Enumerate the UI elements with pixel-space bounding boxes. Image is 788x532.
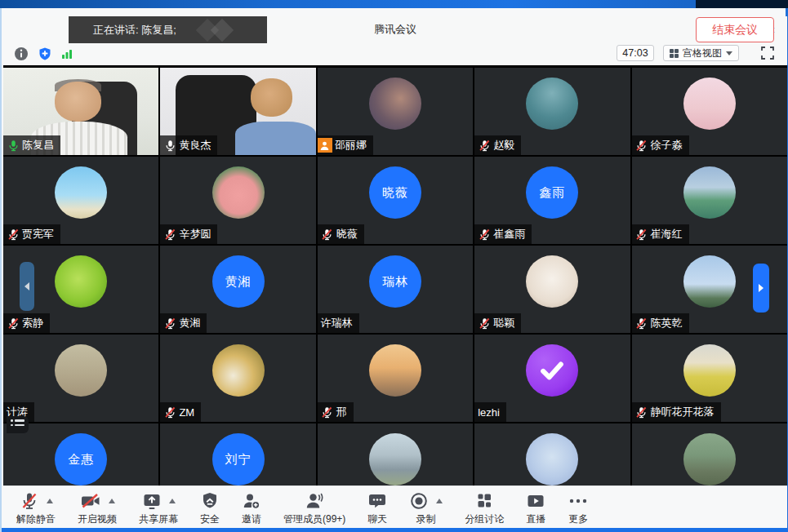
participant-name: 许瑞林 [321, 316, 353, 330]
security-shield-icon [200, 491, 220, 511]
toolbar-item-label: 直播 [526, 512, 545, 526]
participant-tile[interactable]: 计涛 [3, 335, 158, 422]
toolbar-item-chat-bubble[interactable]: 聊天 [367, 490, 387, 526]
expand-caret-icon[interactable] [169, 499, 176, 503]
avatar [369, 344, 421, 397]
expand-caret-icon[interactable] [109, 499, 115, 503]
mic-on-icon [7, 139, 20, 152]
participant-name: 黄湘 [179, 316, 200, 330]
toolbar-item-record[interactable]: 录制 [409, 490, 443, 526]
avatar [683, 255, 736, 308]
participant-tile[interactable] [474, 423, 630, 494]
participant-name: 黄良杰 [179, 138, 211, 153]
toolbar-item-live-stream[interactable]: 直播 [526, 490, 545, 526]
participant-tile[interactable]: 黄湘 黄湘 [160, 246, 315, 333]
toolbar-item-camera-off[interactable]: 开启视频 [78, 490, 117, 526]
fullscreen-button[interactable] [759, 45, 776, 61]
participant-tile[interactable]: 晓薇 晓薇 [318, 157, 473, 244]
toolbar-item-label: 邀请 [242, 512, 261, 526]
mic-muted-icon [478, 228, 491, 241]
meeting-info-icon[interactable] [13, 46, 29, 62]
chevron-down-icon [726, 51, 732, 55]
meeting-window-frame: 腾讯会议 × 正在讲话: 陈复昌; 47:03 宫格视图 [0, 8, 788, 532]
more-dots-icon [568, 491, 589, 511]
participant-tile[interactable]: 瑞林许瑞林 [318, 246, 473, 333]
toolbar-item-more-dots[interactable]: 更多 [568, 490, 589, 526]
mic-muted-icon [163, 228, 176, 241]
participant-name-label: 陈复昌 [3, 135, 60, 155]
participant-tile[interactable]: 聪颖 [474, 246, 630, 333]
mic-muted-icon [7, 228, 20, 241]
next-page-arrow[interactable] [753, 264, 769, 313]
toolbar-item-breakout-rooms[interactable]: 分组讨论 [465, 490, 504, 526]
participant-name-label: 聪颖 [474, 313, 521, 333]
avatar: 黄湘 [212, 255, 265, 308]
participant-name: 邵丽娜 [335, 138, 367, 153]
participant-tile[interactable]: 陈复昌 [3, 68, 158, 155]
background-window-strip [0, 0, 788, 8]
participant-tile[interactable]: 辛梦圆 [160, 157, 315, 244]
share-screen-icon [142, 491, 162, 511]
expand-caret-icon[interactable] [436, 499, 443, 503]
breakout-rooms-icon [474, 491, 494, 511]
participant-tile[interactable]: 赵毅 [474, 68, 630, 155]
layout-view-selector[interactable]: 宫格视图 [663, 45, 739, 61]
prev-page-arrow[interactable] [20, 262, 34, 311]
expand-caret-icon[interactable] [47, 499, 53, 503]
participant-name: 静听花开花落 [651, 405, 715, 419]
participant-tile[interactable]: lezhi [474, 335, 630, 422]
participant-name: 邢 [336, 405, 347, 419]
mic-muted-icon [321, 228, 334, 241]
mic-muted-icon [478, 317, 491, 330]
participant-name: 徐子淼 [651, 138, 683, 153]
participant-tile[interactable]: 崔海红 [632, 157, 787, 244]
participant-tile[interactable] [632, 423, 787, 494]
participant-tile[interactable]: 刘宁刘宁 [160, 423, 315, 494]
mic-muted-icon [163, 317, 176, 330]
end-meeting-button[interactable]: 结束会议 [696, 17, 774, 42]
network-status-icon[interactable] [59, 46, 75, 62]
toolbar-item-invite-person[interactable]: 邀请 [242, 490, 261, 526]
camera-off-icon [80, 491, 101, 511]
toolbar-item-mic-muted[interactable]: 解除静音 [16, 490, 56, 526]
participant-tile[interactable] [318, 423, 473, 494]
toolbar-item-label: 分组讨论 [465, 512, 504, 526]
participant-tile[interactable]: 黄良杰 [160, 68, 315, 155]
participant-tile[interactable]: ZM [160, 335, 315, 422]
participant-name-label: 徐子淼 [632, 135, 689, 155]
participant-name: 崔鑫雨 [493, 227, 525, 242]
avatar [212, 166, 265, 219]
avatar: 晓薇 [369, 166, 421, 219]
attendee-icon [318, 138, 332, 153]
participant-name-label: 崔鑫雨 [474, 224, 532, 244]
mic-muted-icon [635, 228, 648, 241]
participant-tile[interactable]: 邢 [318, 335, 473, 422]
participant-tile[interactable]: 金惠 金惠 [3, 423, 158, 494]
toolbar-item-share-screen[interactable]: 共享屏幕 [139, 490, 178, 526]
meeting-protection-icon[interactable] [37, 46, 53, 62]
active-speaker-banner: 正在讲话: 陈复昌; [69, 16, 267, 43]
toolbar-item-label: 开启视频 [78, 512, 117, 526]
participant-tile[interactable]: 静听花开花落 [632, 335, 787, 422]
participant-tile[interactable]: 邵丽娜 [318, 68, 473, 155]
participant-name: 聪颖 [493, 316, 514, 330]
avatar [683, 433, 736, 485]
participant-tile[interactable]: 徐子淼 [632, 68, 787, 155]
grid-view-icon [670, 49, 679, 58]
toolbar-item-members[interactable]: 管理成员(99+) [283, 490, 345, 526]
toolbar-item-label: 录制 [416, 512, 436, 526]
window-bottom-edge [2, 528, 788, 532]
participant-name-label: 晓薇 [318, 224, 364, 244]
member-list-toggle-icon[interactable] [7, 416, 29, 433]
participant-tile[interactable]: 鑫雨 崔鑫雨 [474, 157, 630, 244]
toolbar-item-security-shield[interactable]: 安全 [200, 490, 220, 526]
control-toolbar: 解除静音 开启视频 共享屏幕 安全 邀请 管理成员(99+) 聊天 录制 分组讨… [3, 485, 787, 528]
participant-name-label: 邵丽娜 [318, 135, 373, 155]
live-stream-icon [526, 491, 545, 511]
participant-name-label: 辛梦圆 [160, 224, 217, 244]
participant-name: 陈复昌 [22, 138, 54, 153]
participant-tile[interactable]: 贾宪军 [3, 157, 158, 244]
toolbar-item-label: 聊天 [367, 512, 387, 526]
meeting-logo-icon [189, 19, 263, 42]
avatar [55, 166, 107, 219]
